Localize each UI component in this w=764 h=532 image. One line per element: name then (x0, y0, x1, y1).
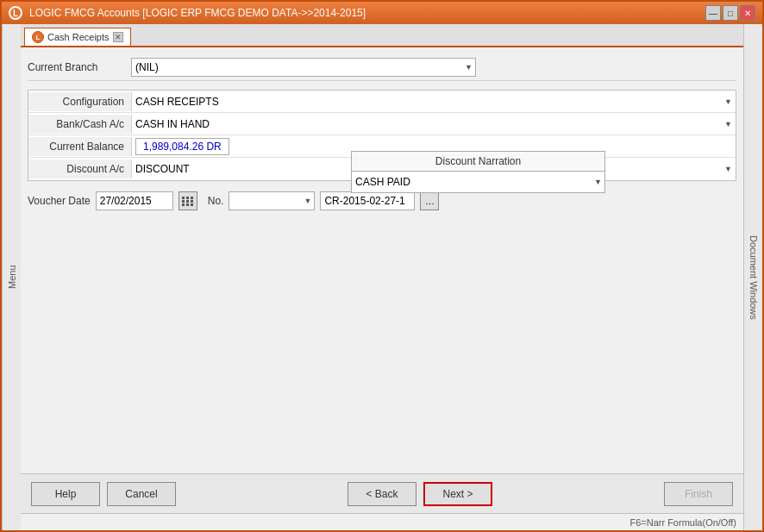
help-button[interactable]: Help (31, 482, 100, 506)
left-menu-strip[interactable]: Menu (2, 24, 21, 530)
cancel-button[interactable]: Cancel (107, 482, 176, 506)
tab-bar: L Cash Receipts ✕ (21, 24, 743, 47)
voucher-no-label: No. (208, 195, 224, 207)
configuration-row: Configuration CASH RECEIPTS (28, 91, 736, 113)
window-title: LOGIC FMCG Accounts [LOGIC ERP FMCG DEMO… (29, 7, 366, 19)
current-balance-label: Current Balance (28, 137, 132, 156)
bottom-center-buttons: < Back Next > (348, 482, 492, 506)
bank-cash-row: Bank/Cash A/c CASH IN HAND (28, 113, 736, 135)
voucher-row: Voucher Date No. … (28, 191, 736, 210)
voucher-date-label: Voucher Date (28, 195, 91, 207)
minimize-button[interactable]: — (705, 5, 721, 21)
close-button[interactable]: ✕ (740, 5, 755, 21)
maximize-button[interactable]: □ (723, 5, 738, 21)
app-icon: L (9, 6, 22, 20)
title-bar: L LOGIC FMCG Accounts [LOGIC ERP FMCG DE… (0, 0, 764, 24)
voucher-no-select[interactable] (229, 191, 315, 210)
finish-button[interactable]: Finish (664, 482, 733, 506)
bottom-left-buttons: Help Cancel (31, 482, 176, 506)
tab-close-button[interactable]: ✕ (113, 32, 123, 42)
tab-label: Cash Receipts (47, 32, 110, 42)
bank-cash-label: Bank/Cash A/c (28, 115, 132, 134)
discount-narration-panel: Discount Narration CASH PAID (351, 151, 605, 193)
bottom-right-buttons: Finish (664, 482, 733, 506)
next-button[interactable]: Next > (423, 482, 492, 506)
bank-cash-select[interactable]: CASH IN HAND (132, 115, 736, 134)
voucher-no-select-wrapper (229, 191, 315, 210)
content-area: L Cash Receipts ✕ Current Branch (NIL) (21, 24, 743, 530)
configuration-select-wrap: CASH RECEIPTS (132, 92, 736, 111)
current-branch-select[interactable]: (NIL) (131, 58, 476, 77)
voucher-dots-button[interactable]: … (420, 191, 439, 210)
cash-receipts-tab[interactable]: L Cash Receipts ✕ (24, 28, 131, 46)
right-document-windows-strip[interactable]: Document Windows (743, 24, 762, 530)
form-area: Current Branch (NIL) Configuration CASH … (21, 47, 743, 473)
configuration-label: Configuration (28, 92, 132, 111)
status-bar: F6=Narr Formula(On/Off) (21, 513, 743, 530)
voucher-date-input[interactable] (96, 191, 173, 210)
current-branch-select-wrapper: (NIL) (131, 58, 476, 77)
discount-ac-label: Discount A/c (28, 160, 132, 178)
status-text: F6=Narr Formula(On/Off) (629, 517, 736, 528)
current-balance-value: 1,989,084.26 DR (135, 138, 229, 155)
back-button[interactable]: < Back (348, 482, 416, 506)
tab-icon: L (32, 31, 44, 43)
calendar-button[interactable] (178, 191, 197, 210)
current-branch-row: Current Branch (NIL) (28, 54, 736, 81)
title-bar-left: L LOGIC FMCG Accounts [LOGIC ERP FMCG DE… (9, 6, 366, 20)
calendar-icon (182, 197, 194, 206)
discount-narration-header: Discount Narration (351, 151, 605, 171)
bottom-button-bar: Help Cancel < Back Next > Finish (21, 473, 743, 513)
discount-narration-select[interactable]: CASH PAID (351, 171, 605, 193)
voucher-ref-input[interactable] (320, 191, 415, 210)
bank-cash-select-wrap: CASH IN HAND (132, 115, 736, 134)
main-window: Menu L Cash Receipts ✕ Current Branch (N… (0, 24, 764, 532)
discount-narration-select-wrap: CASH PAID (351, 171, 605, 193)
configuration-select[interactable]: CASH RECEIPTS (132, 92, 736, 111)
current-branch-label: Current Branch (28, 61, 131, 73)
window-controls: — □ ✕ (705, 5, 755, 21)
